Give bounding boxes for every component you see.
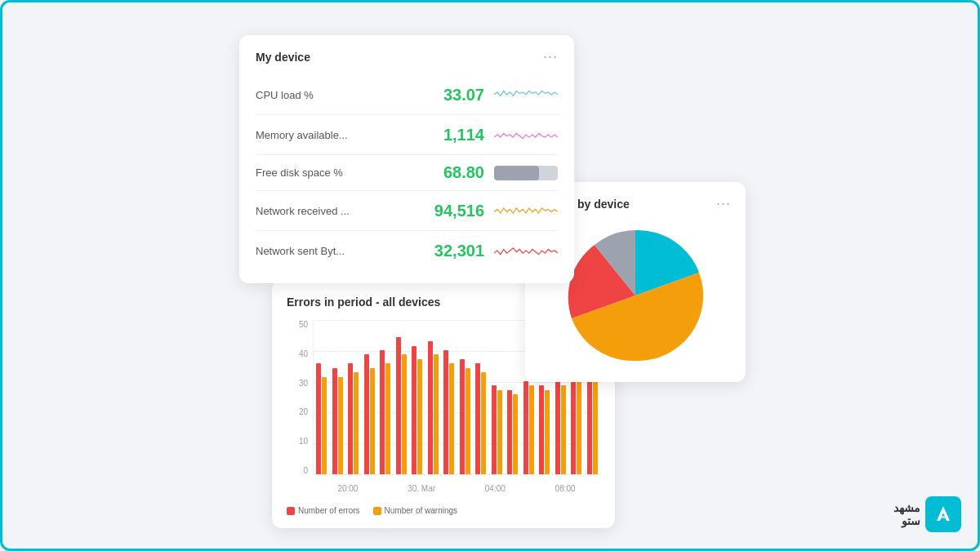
bar-yellow-5 xyxy=(402,354,407,474)
logo-area: مشهد ستو xyxy=(893,496,961,532)
bar-group-1 xyxy=(330,368,346,474)
disk-bar-fill xyxy=(494,166,539,180)
bar-yellow-1 xyxy=(338,377,343,474)
errors-device-menu[interactable]: ··· xyxy=(716,195,731,212)
x-label-2000: 20:00 xyxy=(337,484,358,493)
y-axis: 0 10 20 30 40 50 xyxy=(287,320,311,475)
network-sent-label: Network sent Byt... xyxy=(256,245,403,257)
bar-group-11 xyxy=(489,385,506,474)
disk-bar xyxy=(494,166,558,180)
network-received-label: Network received ... xyxy=(256,205,403,217)
cpu-load-chart xyxy=(494,83,558,106)
bar-group-9 xyxy=(457,359,474,474)
bar-group-4 xyxy=(377,350,394,474)
chart-legend: Number of errors Number of warnings xyxy=(287,506,600,515)
svg-marker-0 xyxy=(937,506,950,521)
y-label-0: 0 xyxy=(287,466,311,475)
bar-red-12 xyxy=(507,390,512,474)
bar-group-17 xyxy=(585,372,601,474)
bar-red-8 xyxy=(443,350,448,474)
legend-errors-label: Number of errors xyxy=(298,506,360,515)
cpu-load-value: 33.07 xyxy=(403,86,484,104)
legend-errors-dot xyxy=(287,507,295,515)
device-card-menu[interactable]: ··· xyxy=(543,48,558,65)
bar-red-10 xyxy=(475,363,480,474)
bar-group-5 xyxy=(394,337,410,474)
bar-yellow-13 xyxy=(529,385,534,474)
logo-text-block: مشهد ستو xyxy=(893,501,920,527)
x-axis: 20:00 30. Mar 04:00 08:00 xyxy=(313,477,600,500)
disk-space-row: Free disk space % 68.80 xyxy=(256,155,558,191)
bar-yellow-15 xyxy=(561,385,566,474)
x-label-30mar: 30. Mar xyxy=(408,484,435,493)
network-received-row: Network received ... 94,516 xyxy=(256,191,558,231)
memory-value: 1,114 xyxy=(403,126,484,144)
y-label-20: 20 xyxy=(287,407,311,416)
device-card-header: My device ··· xyxy=(256,48,558,65)
disk-space-label: Free disk space % xyxy=(256,167,403,179)
bar-red-13 xyxy=(523,381,528,474)
network-sent-chart xyxy=(494,239,558,262)
bar-group-13 xyxy=(521,381,537,474)
y-label-30: 30 xyxy=(287,379,311,388)
cpu-load-row: CPU load % 33.07 xyxy=(256,75,558,115)
bar-red-3 xyxy=(364,354,369,474)
bar-red-14 xyxy=(539,385,544,474)
bar-red-2 xyxy=(348,363,353,474)
bar-yellow-0 xyxy=(322,377,327,474)
bar-group-15 xyxy=(553,381,569,474)
logo-line1: مشهد xyxy=(893,501,920,514)
memory-row: Memory available... 1,114 xyxy=(256,115,558,155)
bar-yellow-8 xyxy=(449,363,454,474)
bar-red-4 xyxy=(380,350,385,474)
bar-group-8 xyxy=(441,350,457,474)
bar-group-14 xyxy=(537,385,553,474)
legend-warnings-label: Number of warnings xyxy=(385,506,457,515)
network-received-chart xyxy=(494,199,558,222)
bar-yellow-3 xyxy=(370,368,375,474)
bar-yellow-9 xyxy=(466,368,470,474)
bar-group-6 xyxy=(409,346,425,474)
y-label-40: 40 xyxy=(287,349,311,358)
bar-red-11 xyxy=(492,385,497,474)
memory-chart xyxy=(494,123,558,146)
bar-group-3 xyxy=(362,354,378,474)
y-label-10: 10 xyxy=(287,437,311,446)
bar-group-16 xyxy=(568,377,585,474)
bar-yellow-16 xyxy=(577,381,581,474)
bar-yellow-11 xyxy=(497,390,502,474)
legend-errors: Number of errors xyxy=(287,506,360,515)
bar-red-15 xyxy=(555,381,560,474)
bar-yellow-12 xyxy=(513,394,518,474)
bar-yellow-17 xyxy=(593,377,598,474)
network-received-value: 94,516 xyxy=(403,202,484,220)
bar-yellow-6 xyxy=(417,359,422,474)
device-card: My device ··· CPU load % 33.07 Memory av… xyxy=(239,35,574,283)
bar-red-16 xyxy=(571,377,576,474)
bar-red-5 xyxy=(396,337,401,474)
bar-red-1 xyxy=(332,368,337,474)
bar-red-7 xyxy=(428,341,433,474)
pie-chart xyxy=(562,222,709,369)
legend-warnings: Number of warnings xyxy=(373,506,457,515)
cpu-load-label: CPU load % xyxy=(256,89,403,101)
network-sent-row: Network sent Byt... 32,301 xyxy=(256,231,558,270)
bar-group-2 xyxy=(345,363,362,474)
bar-red-17 xyxy=(587,372,592,474)
bar-yellow-10 xyxy=(481,372,486,474)
bar-chart-title: Errors in period - all devices xyxy=(287,295,440,309)
network-sent-value: 32,301 xyxy=(403,242,484,260)
bar-yellow-4 xyxy=(385,363,390,474)
y-label-50: 50 xyxy=(287,320,311,329)
legend-warnings-dot xyxy=(373,507,381,515)
bar-yellow-2 xyxy=(354,372,359,474)
memory-label: Memory available... xyxy=(256,129,403,141)
bar-red-0 xyxy=(316,363,321,474)
bar-red-9 xyxy=(460,359,465,474)
svg-rect-1 xyxy=(938,516,948,518)
logo-line2: ستو xyxy=(893,514,920,527)
x-label-0400: 04:00 xyxy=(485,484,506,493)
x-label-0800: 08:00 xyxy=(555,484,576,493)
bar-red-6 xyxy=(412,346,416,474)
bar-group-12 xyxy=(505,390,521,474)
